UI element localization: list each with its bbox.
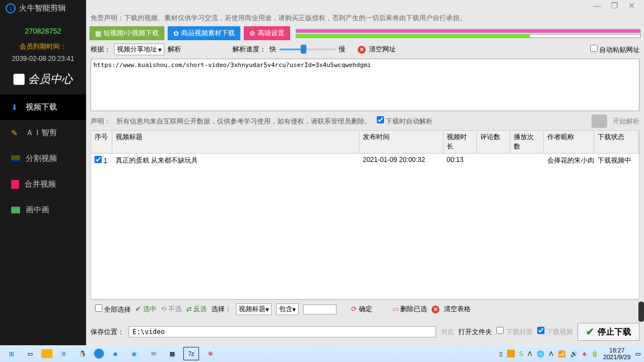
tray-vol-icon[interactable]: 🔊 xyxy=(570,350,578,358)
7z-icon[interactable]: 7z xyxy=(183,347,199,360)
tray-globe-icon[interactable]: 🌐 xyxy=(537,350,544,358)
chat-icon[interactable] xyxy=(591,115,607,128)
member-center-link[interactable]: 会员中心 xyxy=(0,67,86,94)
filter-input[interactable] xyxy=(303,304,337,315)
app-icon-6[interactable]: ❋ xyxy=(202,347,218,360)
app-icon-5[interactable]: ▦ xyxy=(164,347,180,360)
window-maximize[interactable]: ❐ xyxy=(611,1,618,10)
ai-icon: ✎ xyxy=(11,128,20,137)
speed-label: 解析速度： xyxy=(233,45,266,54)
main-panel: — ❐ ✕ 免责声明：下载的视频、素材仅供学习交流，若使用商业用途，请购买正版授… xyxy=(86,0,644,345)
cell-dur: 00:13 xyxy=(443,155,477,166)
tray-wifi-icon[interactable]: 📶 xyxy=(558,350,566,358)
titlebar: — ❐ ✕ xyxy=(86,0,644,11)
sidebar: ↓ 火牛智能剪辑 270828752 会员到期时间： 2039-02-08 20… xyxy=(0,0,86,345)
nav-ai-clip[interactable]: ✎ ＡＩ智剪 xyxy=(0,120,86,146)
save-label: 保存位置： xyxy=(91,327,124,337)
th-author: 作者昵称 xyxy=(544,131,594,153)
window-close[interactable]: ✕ xyxy=(628,1,635,10)
check-icon: ✔ xyxy=(586,326,594,338)
clear-table-button[interactable]: 清空表格 xyxy=(444,304,471,314)
delete-selected-button[interactable]: ▭ 删除已选 xyxy=(392,304,427,314)
scrollbar[interactable] xyxy=(638,302,644,322)
window-minimize[interactable]: — xyxy=(593,1,601,10)
app-icon-2[interactable] xyxy=(94,349,104,359)
filter-row: 全部选择 ✔ 选中 ⟲ 不选 ⇄ 反选 选择： 视频标题▾ 包含▾ ⟳ 确定 ▭… xyxy=(91,299,640,318)
tray-s-icon[interactable]: S xyxy=(519,350,523,357)
table-header: 序号 视频标题 发布时间 视频时长 评论数 播放次数 作者昵称 下载状态 xyxy=(91,130,640,154)
download-cover-checkbox[interactable]: 下载封面 xyxy=(496,327,532,337)
tray-up-icon[interactable]: ᐱ xyxy=(528,350,532,358)
app-title: 火牛智能剪辑 xyxy=(19,3,66,13)
tray-battery-icon[interactable]: 🔋 xyxy=(591,350,599,358)
nav-video-download[interactable]: ⬇ 视频下载 xyxy=(0,94,86,120)
row-checkbox[interactable] xyxy=(94,156,102,163)
contain-select[interactable]: 包含▾ xyxy=(276,303,299,315)
cell-stat: 下载视频中 xyxy=(594,155,639,166)
expire-label: 会员到期时间： xyxy=(0,40,86,54)
wechat-icon[interactable]: ✉ xyxy=(145,347,161,360)
notice-text: 所有信息均来自互联网公开数据，仅供参考学习使用，如有侵权，请联系管理员删除。 xyxy=(116,117,371,126)
nav-label: 合并视频 xyxy=(25,179,56,189)
explorer-icon[interactable] xyxy=(41,349,53,358)
taskview-icon[interactable]: ▭ xyxy=(22,347,38,360)
start-parse-button[interactable]: 开始解析 xyxy=(613,117,640,126)
tray-up2-icon[interactable]: ᐱ xyxy=(549,350,553,358)
system-clock[interactable]: 18:27 2021/9/29 xyxy=(603,347,631,360)
tab-short-video[interactable]: ▦短视频/小视频下载 xyxy=(89,26,164,40)
nav-label: ＡＩ智剪 xyxy=(26,128,57,138)
nav-pip[interactable]: 画中画 xyxy=(0,197,86,223)
root-select[interactable]: 视频分享地址▾ xyxy=(114,44,164,55)
table-row[interactable]: 1 真正的蛋糕 从来都不缺玩具 2021-01-09 20:00:32 00:1… xyxy=(91,154,639,168)
progress-bar-pink xyxy=(296,29,641,33)
th-comments: 评论数 xyxy=(477,131,510,153)
download-video-checkbox[interactable]: 下载视频 xyxy=(537,327,573,337)
cell-pub: 2021-01-09 20:00:32 xyxy=(359,155,443,166)
select-button[interactable]: ✔ 选中 xyxy=(135,304,156,314)
tab-row: ▦短视频/小视频下载 ✿商品视频素材下载 ⚙高级设置 xyxy=(86,25,644,41)
url-textarea[interactable]: https://www.kuaishou.com/short-video/3xh… xyxy=(91,59,640,111)
pip-icon xyxy=(11,207,20,213)
app-icon-4[interactable]: ◉ xyxy=(126,347,142,360)
slider-thumb[interactable] xyxy=(301,45,306,54)
select-all-checkbox[interactable]: 全部选择 xyxy=(95,304,131,315)
qq-icon[interactable]: 🐧 xyxy=(75,347,91,360)
th-status: 下载状态 xyxy=(594,131,639,153)
chevron-down-icon: ▾ xyxy=(158,46,162,54)
cell-cmt xyxy=(477,155,510,166)
disclaimer-text: 免责声明：下载的视频、素材仅供学习交流，若使用商业用途，请购买正版授权，否则产生… xyxy=(86,11,644,25)
controls-row: 根据： 视频分享地址▾ 解析 解析速度： 快 慢 ✕ 清空网址 自动粘贴网址 xyxy=(86,41,644,58)
stop-download-button[interactable]: ✔停止下载 xyxy=(577,323,640,341)
th-index: 序号 xyxy=(91,131,112,153)
invert-button[interactable]: ⇄ 反选 xyxy=(186,304,207,314)
taskbar: ⊞ ▭ 🗎 🐧 ◆ ◉ ✉ ▦ 7z ❋ ▯ S ᐱ 🌐 ᐱ 📶 🔊 ♣ 🔋 1… xyxy=(0,345,644,362)
auto-parse-checkbox[interactable]: 下载时自动解析 xyxy=(377,116,433,126)
open-folder-button[interactable]: 打开文件夹 xyxy=(458,327,492,337)
unselect-button[interactable]: ⟲ 不选 xyxy=(161,304,182,314)
nav-merge-video[interactable]: 合并视频 xyxy=(0,172,86,197)
start-button[interactable]: ⊞ xyxy=(3,347,19,360)
chevron-down-icon: ▾ xyxy=(292,306,296,313)
save-path-input[interactable] xyxy=(129,326,436,337)
speed-slider[interactable] xyxy=(280,49,335,50)
app-icon-3[interactable]: ◆ xyxy=(107,347,123,360)
nav-label: 画中画 xyxy=(26,205,49,215)
th-title: 视频标题 xyxy=(112,131,359,153)
split-icon xyxy=(11,155,20,162)
app-icon-1[interactable]: 🗎 xyxy=(56,347,72,360)
tab-advanced[interactable]: ⚙高级设置 xyxy=(244,26,290,40)
tab-product-video[interactable]: ✿商品视频素材下载 xyxy=(168,26,240,40)
browse-button[interactable]: 浏览 xyxy=(441,327,454,337)
pick-field-select[interactable]: 视频标题▾ xyxy=(236,303,272,315)
notification-icon[interactable]: ▭ xyxy=(635,350,641,358)
auto-paste-checkbox[interactable]: 自动粘贴网址 xyxy=(590,45,640,55)
tray-icon[interactable]: ▯ xyxy=(499,350,503,358)
th-plays: 播放次数 xyxy=(510,131,544,153)
parse-button[interactable]: 解析 xyxy=(168,45,181,54)
confirm-button[interactable]: ⟳ 确定 xyxy=(351,304,372,314)
tray-ime-icon[interactable] xyxy=(507,350,515,358)
tray-app-icon[interactable]: ♣ xyxy=(583,350,586,357)
clear-url-button[interactable]: 清空网址 xyxy=(369,45,396,54)
clear-icon: ✕ xyxy=(358,46,366,54)
nav-split-video[interactable]: 分割视频 xyxy=(0,146,86,172)
